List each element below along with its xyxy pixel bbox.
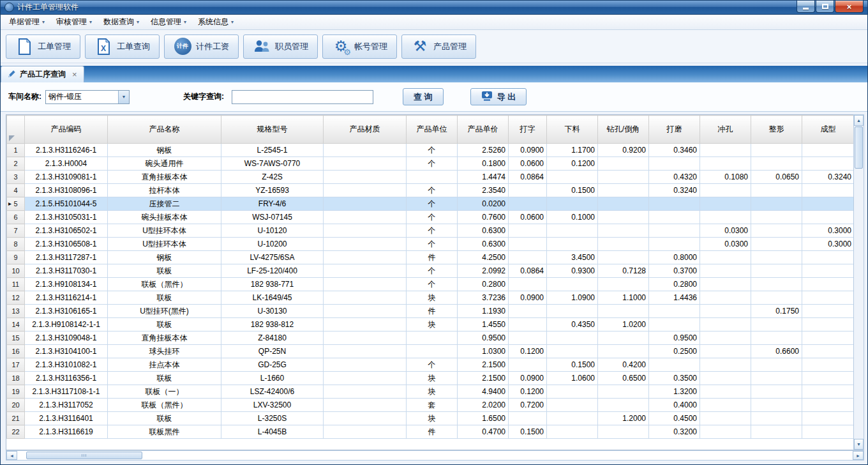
grid-cell[interactable]: 3.7236	[458, 291, 509, 305]
grid-cell[interactable]: 联板	[108, 291, 221, 305]
grid-cell[interactable]	[598, 278, 649, 291]
grid-cell[interactable]	[324, 144, 407, 157]
grid-cell[interactable]	[598, 171, 649, 184]
grid-cell[interactable]: 0.0650	[751, 171, 802, 184]
grid-cell[interactable]: 0.4000	[649, 399, 700, 412]
menu-item-data-query[interactable]: 数据查询▾	[98, 15, 145, 30]
grid-cell[interactable]	[751, 251, 802, 264]
grid-cell[interactable]: 2.1.3.H3117052	[25, 399, 108, 412]
grid-cell[interactable]: 0.0300	[700, 238, 751, 251]
grid-cell[interactable]: 0.4700	[458, 425, 509, 439]
grid-cell[interactable]	[802, 425, 854, 439]
row-number[interactable]: 12	[7, 291, 25, 305]
grid-cell[interactable]	[700, 264, 751, 278]
grid-cell[interactable]: 2.1.3.H3106165-1	[25, 305, 108, 318]
grid-cell[interactable]: 0.4350	[547, 318, 598, 332]
grid-cell[interactable]: 个	[407, 358, 458, 372]
grid-cell[interactable]	[649, 224, 700, 238]
grid-cell[interactable]	[649, 197, 700, 211]
grid-cell[interactable]: 1.4550	[458, 318, 509, 332]
grid-cell[interactable]: 0.0864	[509, 264, 547, 278]
grid-cell[interactable]	[598, 211, 649, 224]
grid-cell[interactable]	[751, 291, 802, 305]
table-row[interactable]: 112.1.3.H9108134-1联板（黑件）182 938-771个0.28…	[7, 278, 854, 291]
grid-cell[interactable]: 钢板	[108, 251, 221, 264]
grid-cell[interactable]	[547, 278, 598, 291]
grid-cell[interactable]	[649, 305, 700, 318]
grid-cell[interactable]: 182 938-771	[221, 278, 324, 291]
grid-cell[interactable]	[324, 291, 407, 305]
tab-product-process-query[interactable]: 产品工序查询 ×	[1, 66, 84, 82]
grid-cell[interactable]	[547, 425, 598, 439]
grid-cell[interactable]	[509, 197, 547, 211]
row-number[interactable]: 9	[7, 251, 25, 264]
grid-cell[interactable]	[751, 318, 802, 332]
grid-cell[interactable]: 1.0600	[547, 372, 598, 385]
grid-cell[interactable]	[751, 278, 802, 291]
grid-cell[interactable]	[324, 171, 407, 184]
grid-cell[interactable]: 1.2000	[598, 412, 649, 425]
row-number[interactable]: 19	[7, 385, 25, 399]
column-header[interactable]: 下料	[547, 116, 598, 144]
grid-cell[interactable]: 2.1.3.H3109048-1	[25, 332, 108, 345]
grid-cell[interactable]: 1.1930	[458, 305, 509, 318]
grid-cell[interactable]: 2.1500	[458, 372, 509, 385]
grid-cell[interactable]: 联板	[108, 264, 221, 278]
grid-cell[interactable]	[598, 305, 649, 318]
grid-cell[interactable]	[324, 372, 407, 385]
grid-cell[interactable]: 直角挂板本体	[108, 171, 221, 184]
row-number[interactable]: 21	[7, 412, 25, 425]
grid-cell[interactable]	[802, 345, 854, 358]
export-button[interactable]: 导 出	[470, 88, 527, 105]
grid-cell[interactable]	[509, 278, 547, 291]
grid-cell[interactable]: 2.1.3.H3116401	[25, 412, 108, 425]
grid-cell[interactable]: LV-4275/6SA	[221, 251, 324, 264]
grid-cell[interactable]	[324, 385, 407, 399]
table-row[interactable]: ▸52.1.5.H5101044-5压接管二FRY-4/6个0.0200	[7, 197, 854, 211]
grid-cell[interactable]	[324, 184, 407, 197]
row-number[interactable]: 2	[7, 157, 25, 171]
column-header[interactable]: 规格型号	[221, 116, 324, 144]
grid-cell[interactable]: 块	[407, 372, 458, 385]
grid-cell[interactable]	[407, 345, 458, 358]
grid-cell[interactable]	[751, 211, 802, 224]
grid-cell[interactable]: 0.6300	[458, 238, 509, 251]
column-header[interactable]: 打字	[509, 116, 547, 144]
grid-cell[interactable]	[751, 399, 802, 412]
table-row[interactable]: 72.1.3.H3106502-1U型挂环本体U-10120个0.63000.0…	[7, 224, 854, 238]
grid-cell[interactable]	[509, 224, 547, 238]
grid-cell[interactable]: 0.1200	[509, 345, 547, 358]
grid-cell[interactable]	[598, 399, 649, 412]
grid-cell[interactable]: 2.1.3.H3104100-1	[25, 345, 108, 358]
grid-cell[interactable]: 个	[407, 211, 458, 224]
grid-cell[interactable]	[700, 332, 751, 345]
grid-cell[interactable]: FRY-4/6	[221, 197, 324, 211]
grid-cell[interactable]	[547, 412, 598, 425]
grid-cell[interactable]	[324, 278, 407, 291]
maximize-button[interactable]	[816, 1, 834, 13]
grid-cell[interactable]: 2.0992	[458, 264, 509, 278]
grid-cell[interactable]: 2.1.3.H3116356-1	[25, 372, 108, 385]
grid-cell[interactable]	[324, 264, 407, 278]
grid-cell[interactable]	[751, 184, 802, 197]
grid-cell[interactable]: 0.1500	[547, 358, 598, 372]
grid-cell[interactable]: Z-84180	[221, 332, 324, 345]
grid-cell[interactable]: 0.3500	[649, 372, 700, 385]
grid-cell[interactable]	[324, 305, 407, 318]
grid-cell[interactable]	[509, 238, 547, 251]
grid-cell[interactable]	[598, 345, 649, 358]
grid-cell[interactable]: 拉杆本体	[108, 184, 221, 197]
menu-item-info[interactable]: 信息管理▾	[145, 15, 192, 30]
grid-cell[interactable]: U-30130	[221, 305, 324, 318]
grid-cell[interactable]: U型挂环本体	[108, 238, 221, 251]
grid-cell[interactable]: 0.4200	[598, 358, 649, 372]
row-number[interactable]: 7	[7, 224, 25, 238]
grid-cell[interactable]: 0.0300	[700, 224, 751, 238]
grid-cell[interactable]: 0.3000	[802, 224, 854, 238]
grid-cell[interactable]	[802, 399, 854, 412]
grid-cell[interactable]: 直角挂板本体	[108, 332, 221, 345]
grid-cell[interactable]: 0.6600	[751, 345, 802, 358]
grid-cell[interactable]: 0.1200	[509, 385, 547, 399]
scroll-left-button[interactable]: ◄	[6, 451, 17, 460]
grid-cell[interactable]: 联板黑件	[108, 425, 221, 439]
